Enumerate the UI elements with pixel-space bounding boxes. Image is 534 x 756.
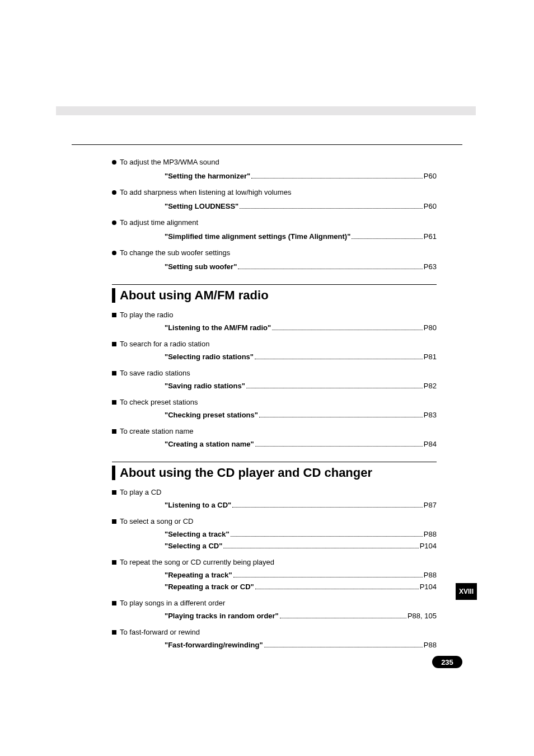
toc-entry[interactable]: "Selecting a track" P88 <box>165 530 437 538</box>
leader-dots <box>264 647 423 647</box>
toc-entry[interactable]: "Saving radio stations" P82 <box>165 382 437 390</box>
section1-block: To play the radio "Listening to the AM/F… <box>112 311 437 448</box>
ref-title: "Listening to a CD" <box>165 501 231 509</box>
bullet-square-icon <box>112 490 116 495</box>
bullet-square-icon <box>112 371 116 375</box>
bullet-label: To check preset stations <box>120 398 198 406</box>
bullet-label: To adjust time alignment <box>120 218 198 227</box>
bullet-label: To save radio stations <box>120 369 190 377</box>
toc-entry[interactable]: "Playing tracks in random order" P88, 10… <box>165 612 437 620</box>
ref-title: "Listening to the AM/FM radio" <box>165 323 271 332</box>
ref-page: P60 <box>424 202 437 210</box>
bullet-square-icon <box>112 630 116 635</box>
chapter-tab-label: XVIII <box>459 588 474 595</box>
ref-page: P104 <box>420 542 437 550</box>
toc-entry[interactable]: "Setting LOUDNESS" P60 <box>165 202 437 210</box>
ref-title: "Setting sub woofer" <box>165 262 237 271</box>
ref-page: P81 <box>424 353 437 361</box>
bullet-item: To select a song or CD <box>112 517 437 525</box>
ref-page: P87 <box>424 501 437 509</box>
section-rule <box>112 462 437 462</box>
toc-entry[interactable]: "Repeating a track" P88 <box>165 571 437 579</box>
bullet-label: To add sharpness when listening at low/h… <box>120 188 291 196</box>
bullet-label: To search for a radio station <box>120 340 209 348</box>
header-underline <box>72 144 462 145</box>
leader-dots <box>255 359 423 359</box>
section2-block: To play a CD "Listening to a CD" P87 To … <box>112 488 437 649</box>
bullet-item: To repeat the song or CD currently being… <box>112 558 437 566</box>
bullet-label: To select a song or CD <box>120 517 194 525</box>
ref-title: "Checking preset stations" <box>165 411 258 419</box>
bullet-label: To fast-forward or rewind <box>120 628 200 636</box>
ref-page: P60 <box>424 172 437 180</box>
toc-entry[interactable]: "Setting sub woofer" P63 <box>165 262 437 271</box>
ref-page: P88 <box>424 571 437 579</box>
leader-dots <box>233 577 423 577</box>
toc-entry[interactable]: "Creating a station name" P84 <box>165 440 437 448</box>
ref-page: P88 <box>424 530 437 538</box>
leader-dots <box>259 417 423 417</box>
ref-title: "Setting LOUDNESS" <box>165 202 238 210</box>
section-bar-icon <box>112 466 115 480</box>
toc-entry[interactable]: "Checking preset stations" P83 <box>165 411 437 419</box>
ref-title: "Selecting radio stations" <box>165 353 254 361</box>
page-number: 235 <box>441 658 453 666</box>
ref-page: P84 <box>424 440 437 448</box>
section-heading: About using the CD player and CD changer <box>112 462 437 480</box>
ref-page: P104 <box>420 583 437 591</box>
bullet-label: To change the sub woofer settings <box>120 248 230 257</box>
ref-title: "Repeating a track or CD" <box>165 583 254 591</box>
ref-page: P88 <box>424 641 437 649</box>
leader-dots <box>231 536 423 537</box>
toc-entry[interactable]: "Fast-forwarding/rewinding" P88 <box>165 641 437 649</box>
section-title: About using AM/FM radio <box>120 288 269 303</box>
toc-entry[interactable]: "Selecting a CD" P104 <box>165 542 437 550</box>
toc-entry[interactable]: "Repeating a track or CD" P104 <box>165 583 437 591</box>
bullet-label: To play songs in a different order <box>120 599 225 607</box>
bullet-item: To change the sub woofer settings <box>112 248 437 257</box>
bullet-square-icon <box>112 342 116 346</box>
bullet-label: To play a CD <box>120 488 161 496</box>
bullet-square-icon <box>112 519 116 524</box>
header-stripe <box>56 106 476 115</box>
bullet-item: To check preset stations <box>112 398 437 406</box>
ref-page: P83 <box>424 411 437 419</box>
toc-entry[interactable]: "Listening to a CD" P87 <box>165 501 437 509</box>
leader-dots <box>223 548 418 548</box>
top-block: To adjust the MP3/WMA sound "Setting the… <box>112 158 437 271</box>
bullet-item: To adjust the MP3/WMA sound <box>112 158 437 166</box>
bullet-item: To play songs in a different order <box>112 599 437 607</box>
bullet-circle-icon <box>112 251 116 255</box>
bullet-label: To repeat the song or CD currently being… <box>120 558 274 566</box>
ref-title: "Repeating a track" <box>165 571 232 579</box>
bullet-item: To create station name <box>112 427 437 435</box>
bullet-square-icon <box>112 601 116 605</box>
ref-page: P61 <box>424 232 437 241</box>
bullet-item: To play the radio <box>112 311 437 319</box>
ref-title: "Saving radio stations" <box>165 382 245 390</box>
toc-entry[interactable]: "Simplified time alignment settings (Tim… <box>165 232 437 241</box>
ref-title: "Selecting a track" <box>165 530 229 538</box>
ref-page: P88, 105 <box>407 612 437 620</box>
ref-title: "Setting the harmonizer" <box>165 172 250 180</box>
ref-title: "Simplified time alignment settings (Tim… <box>165 232 350 241</box>
bullet-square-icon <box>112 429 116 434</box>
chapter-tab[interactable]: XVIII <box>456 583 477 600</box>
leader-dots <box>240 208 423 209</box>
bullet-item: To adjust time alignment <box>112 218 437 227</box>
toc-entry[interactable]: "Setting the harmonizer" P60 <box>165 172 437 180</box>
leader-dots <box>255 446 423 447</box>
bullet-item: To play a CD <box>112 488 437 496</box>
bullet-label: To play the radio <box>120 311 173 319</box>
leader-dots <box>238 269 423 269</box>
leader-dots <box>352 238 423 239</box>
toc-entry[interactable]: "Listening to the AM/FM radio" P80 <box>165 323 437 332</box>
section-bar-icon <box>112 288 115 303</box>
toc-entry[interactable]: "Selecting radio stations" P81 <box>165 353 437 361</box>
ref-title: "Fast-forwarding/rewinding" <box>165 641 263 649</box>
bullet-square-icon <box>112 313 116 317</box>
section-heading: About using AM/FM radio <box>112 284 437 303</box>
leader-dots <box>272 330 423 330</box>
ref-title: "Selecting a CD" <box>165 542 222 550</box>
bullet-item: To search for a radio station <box>112 340 437 348</box>
